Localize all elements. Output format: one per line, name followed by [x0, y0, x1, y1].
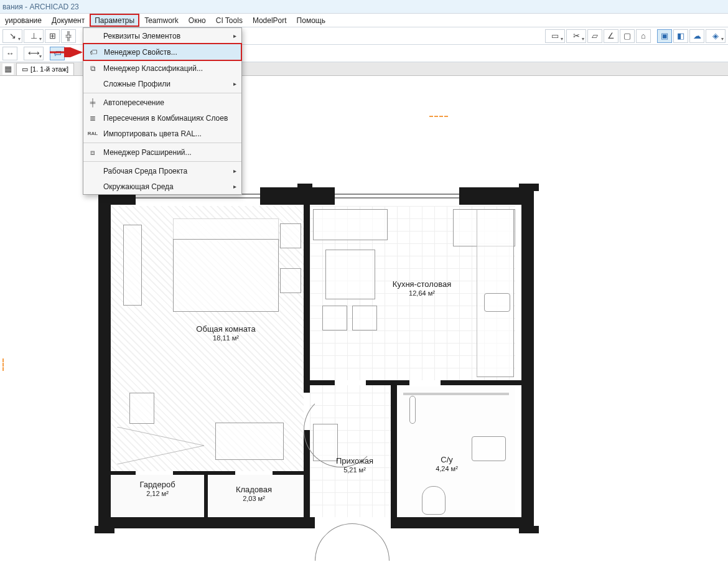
tab-grid-icon[interactable]: ▦: [2, 63, 14, 75]
tree-icon: ⧉: [87, 63, 98, 74]
label-kitchen: Кухня-столовая 12,64 м²: [378, 279, 465, 297]
mi-addon-manager[interactable]: ⧈ Менеджер Расширений...: [83, 144, 241, 160]
label-living: Общая комната 18,11 м²: [182, 324, 269, 342]
furn-sofa: [215, 423, 284, 460]
tab-label: [1. 1-й этаж]: [30, 63, 68, 75]
furn-shower-head: [409, 396, 416, 424]
tool-scissors[interactable]: ✂: [566, 29, 586, 43]
wall-wardrobe-storage: [204, 471, 208, 521]
wall-wc-left: [391, 380, 397, 522]
plugin-icon: ⧈: [87, 147, 98, 158]
floor-plan: Общая комната 18,11 м² Кухня-столовая 12…: [98, 187, 546, 548]
origin-marker: [429, 116, 448, 117]
tool-select[interactable]: ▣: [657, 29, 672, 43]
menu-separator: [83, 161, 241, 162]
door-wc: [409, 380, 441, 385]
tag-icon: 🏷: [88, 47, 99, 58]
label-hall: Прихожая 5,21 м²: [311, 456, 398, 474]
tool-layers-dropdown[interactable]: ◈: [706, 29, 726, 43]
menu-window[interactable]: Окно: [184, 14, 211, 27]
label-storage: Кладовая 2,03 м²: [217, 485, 291, 503]
wall-left: [98, 187, 111, 528]
mi-classification-manager[interactable]: ⧉ Менеджер Классификаций...: [83, 60, 241, 76]
furn-sink-kitchen: [484, 293, 510, 312]
menu-modelport[interactable]: ModelPort: [248, 14, 292, 27]
wall-mid-vertical: [304, 205, 310, 517]
menu-separator: [83, 143, 241, 143]
app-title: вания - ARCHICAD 23: [2, 2, 79, 11]
mi-import-ral[interactable]: RAL Импортировать цвета RAL...: [83, 126, 241, 141]
mi-complex-profiles[interactable]: Сложные Профили: [83, 76, 241, 91]
tool-wall[interactable]: ▭: [545, 29, 565, 43]
furn-wardrobe: [123, 225, 142, 306]
wall-bottom-gap-l: [304, 517, 315, 528]
mi-work-environment[interactable]: Окружающая Среда: [83, 179, 241, 194]
tool-cloud[interactable]: ☁: [689, 29, 704, 43]
door-kitchen: [335, 380, 366, 385]
mi-layer-intersections[interactable]: ≣ Пересечения в Комбинациях Слоев: [83, 110, 241, 126]
tool-home[interactable]: ⌂: [636, 29, 651, 43]
label-wardrobe: Гардероб 2,12 м²: [120, 480, 195, 498]
tab-floor1[interactable]: ▭ [1. 1-й этаж]: [16, 63, 74, 75]
furn-nightstand-r: [280, 223, 301, 248]
label-wc: С/у 4,24 м²: [403, 455, 490, 473]
menu-parameters[interactable]: Параметры: [90, 14, 139, 27]
door-wardrobe: [136, 471, 173, 475]
furn-armchair: [129, 393, 154, 424]
tool-section[interactable]: ▱: [587, 29, 602, 43]
title-bar: вания - ARCHICAD 23: [0, 0, 728, 14]
mi-property-manager[interactable]: 🏷 Менеджер Свойств...: [84, 44, 241, 60]
menu-document[interactable]: Документ: [47, 14, 90, 27]
menu-separator: [83, 93, 241, 93]
menu-edit[interactable]: уирование: [0, 14, 47, 27]
ral-icon: RAL: [87, 128, 98, 139]
door-arc-entry: [299, 508, 405, 585]
tool-cursor-dropdown[interactable]: ↘: [2, 29, 22, 43]
menu-help[interactable]: Помощь: [292, 14, 330, 27]
wall-right: [521, 187, 534, 528]
furn-toilet: [422, 486, 446, 515]
menu-citools[interactable]: CI Tools: [211, 14, 248, 27]
intersect-icon: ╪: [87, 97, 98, 108]
mi-element-attributes[interactable]: Реквизиты Элементов: [83, 28, 241, 44]
furn-chair2: [352, 306, 377, 330]
annotation-arrow: [49, 47, 86, 57]
tab-floorplan-icon: ▭: [22, 63, 28, 75]
furn-chair1: [322, 306, 347, 330]
tool-grid[interactable]: ╬: [61, 29, 76, 43]
tool2-dimension[interactable]: ⟷: [24, 47, 44, 60]
menu-bar: уирование Документ Параметры Teamwork Ок…: [0, 14, 728, 27]
mi-project-environment[interactable]: Рабочая Среда Проекта: [83, 163, 241, 179]
layers-icon: ≣: [87, 113, 98, 124]
tool-axis-dropdown[interactable]: ⊥: [24, 29, 44, 43]
tool-snap[interactable]: ⊞: [45, 29, 60, 43]
furn-kitchen-table: [325, 250, 375, 299]
menu-teamwork[interactable]: Teamwork: [139, 14, 184, 27]
mi-auto-intersection[interactable]: ╪ Автопересечение: [83, 95, 241, 110]
door-storage: [235, 471, 273, 475]
tool-show3d[interactable]: ◧: [673, 29, 688, 43]
window-kitchen: [335, 187, 459, 205]
furn-kitchen-sofa: [313, 209, 388, 240]
tool-rect[interactable]: ▢: [620, 29, 635, 43]
tool2-measure[interactable]: ↔: [2, 47, 17, 60]
furn-nightstand-r2: [280, 268, 301, 293]
axis-marker: [2, 358, 6, 371]
tool-angle[interactable]: ∠: [604, 29, 618, 43]
parameters-menu: Реквизиты Элементов 🏷 Менеджер Свойств..…: [83, 27, 242, 195]
wall-bottom-right: [391, 517, 534, 528]
